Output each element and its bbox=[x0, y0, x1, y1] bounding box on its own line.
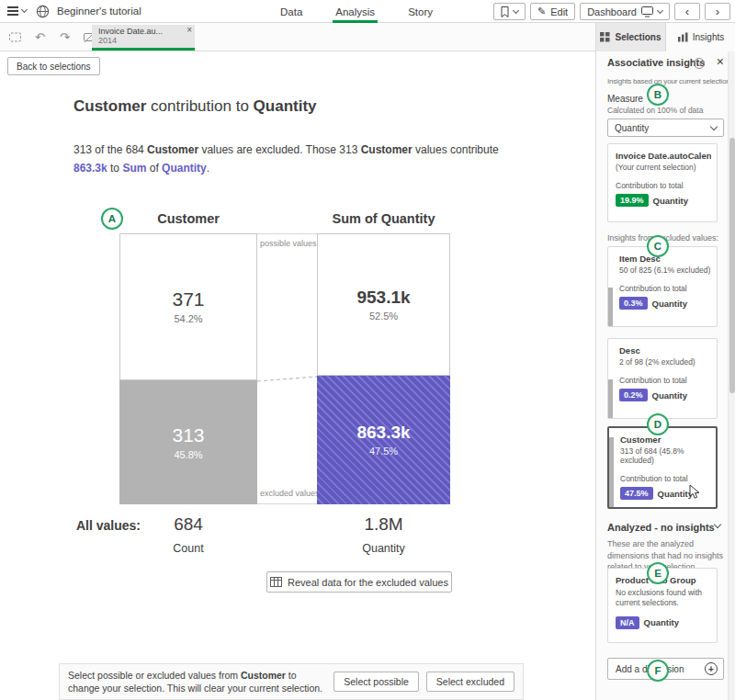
panel-title: Associative insights bbox=[607, 57, 705, 68]
tab-story[interactable]: Story bbox=[405, 0, 435, 23]
chevron-right-icon: › bbox=[716, 5, 719, 18]
associative-insights-panel: Associative insights ? × Insights based … bbox=[595, 51, 735, 700]
selection-hint-text: Select possible or excluded values from … bbox=[68, 669, 326, 694]
chevron-down-icon[interactable] bbox=[714, 521, 721, 528]
excluded-proportion-bar bbox=[608, 379, 613, 418]
view-tabs: Data Analysis Story bbox=[277, 0, 435, 23]
app-logo-icon bbox=[36, 5, 50, 18]
measure-select-value: Quantity bbox=[615, 123, 649, 133]
chart-connector-region: possible values excluded values bbox=[257, 233, 317, 504]
annotation-a: A bbox=[101, 208, 123, 230]
step-back-icon: ↶ bbox=[35, 30, 45, 44]
possible-sum: 953.1k bbox=[356, 288, 410, 308]
insight-card-customer[interactable]: Customer 313 of 684 (45.8% excluded) Con… bbox=[607, 426, 718, 509]
panel-scrollbar[interactable] bbox=[728, 51, 735, 700]
select-possible-button[interactable]: Select possible bbox=[334, 672, 419, 692]
tab-insights[interactable]: Insights bbox=[665, 23, 735, 51]
reveal-data-button[interactable]: Reveal data for the excluded values bbox=[266, 571, 452, 593]
select-excluded-button[interactable]: Select excluded bbox=[426, 672, 514, 692]
annotation-f: F bbox=[647, 660, 669, 682]
close-icon[interactable]: × bbox=[717, 54, 724, 69]
possible-pct: 54.2% bbox=[174, 313, 202, 324]
chevron-left-icon: ‹ bbox=[685, 5, 689, 18]
dashboard-button[interactable]: Dashboard bbox=[580, 3, 670, 20]
page-title: Customer contribution to Quantity bbox=[74, 97, 317, 116]
chevron-down-icon bbox=[513, 6, 519, 13]
excluded-proportion-bar bbox=[608, 288, 613, 326]
scrollbar-thumb[interactable] bbox=[729, 138, 735, 393]
chip-field-name: Invoice Date.au... bbox=[98, 27, 182, 36]
insight-card-desc[interactable]: Desc 2 of 98 (2% excluded) Contribution … bbox=[607, 338, 718, 419]
mouse-cursor-icon bbox=[689, 484, 701, 500]
contribution-badge: N/A bbox=[616, 616, 639, 629]
chip-close-icon[interactable]: × bbox=[187, 26, 192, 35]
excluded-count: 313 bbox=[172, 424, 204, 446]
annotation-e: E bbox=[647, 562, 669, 584]
back-to-selections-button[interactable]: Back to selections bbox=[7, 57, 100, 75]
customer-possible-segment[interactable]: 371 54.2% bbox=[119, 233, 257, 380]
table-icon bbox=[270, 577, 282, 587]
chevron-down-icon bbox=[21, 6, 28, 13]
prev-sheet-button[interactable]: ‹ bbox=[674, 3, 700, 20]
customer-total: 684 Count bbox=[119, 514, 257, 555]
tab-selections[interactable]: Selections bbox=[595, 23, 665, 51]
excluded-proportion-bar bbox=[609, 437, 614, 507]
lasso-selection-icon bbox=[8, 30, 22, 44]
measure-label: Measure bbox=[607, 94, 643, 104]
selection-chip-invoice-date[interactable]: Invoice Date.au... 2014 × bbox=[92, 25, 195, 51]
main-content: Back to selections Customer contribution… bbox=[0, 51, 595, 700]
edit-button[interactable]: ✎ Edit bbox=[530, 3, 575, 20]
split-connector-line bbox=[257, 234, 317, 505]
monitor-icon bbox=[641, 6, 653, 17]
next-sheet-button[interactable]: › bbox=[705, 3, 730, 20]
quantity-excluded-segment[interactable]: 863.3k 47.5% bbox=[317, 376, 450, 504]
measure-note: Calculated on 100% of data bbox=[607, 106, 703, 115]
plus-icon: + bbox=[705, 662, 718, 675]
analyzed-no-insights-toggle[interactable]: Analyzed - no insights bbox=[607, 522, 715, 533]
excluded-sum: 863.3k bbox=[356, 423, 410, 443]
main-menu-button[interactable] bbox=[6, 0, 28, 22]
annotation-b: B bbox=[647, 84, 669, 106]
selection-action-bar: Select possible or excluded values from … bbox=[59, 663, 524, 700]
chart-left-header: Customer bbox=[119, 211, 257, 226]
insight-description: 313 of the 684 Customer values are exclu… bbox=[74, 141, 528, 178]
selection-bar: ↶ ↷ Invoice Date.au... 2014 × Selections… bbox=[0, 23, 735, 51]
chart-right-header: Sum of Quantity bbox=[317, 211, 450, 226]
selections-step-back-button[interactable]: ↶ bbox=[29, 27, 51, 48]
contribution-badge: 47.5% bbox=[620, 487, 653, 500]
help-icon[interactable]: ? bbox=[694, 58, 705, 69]
chip-selected-value: 2014 bbox=[98, 36, 182, 45]
quantity-total: 1.8M Quantity bbox=[317, 514, 450, 555]
contribution-badge: 0.2% bbox=[619, 389, 648, 401]
excluded-values-label: excluded values bbox=[260, 489, 320, 498]
excluded-pct: 45.8% bbox=[174, 449, 202, 460]
possible-pct: 52.5% bbox=[369, 310, 398, 322]
current-selection-card[interactable]: Invoice Date.autoCalen... (Your current … bbox=[607, 143, 718, 222]
customer-bar: 371 54.2% 313 45.8% bbox=[119, 233, 257, 504]
pencil-icon: ✎ bbox=[537, 6, 546, 17]
contribution-badge: 0.3% bbox=[619, 297, 648, 310]
insight-card-item-desc[interactable]: Item Desc 50 of 825 (6.1% excluded) Cont… bbox=[607, 246, 718, 327]
excluded-pct: 47.5% bbox=[369, 446, 398, 457]
customer-excluded-segment[interactable]: 313 45.8% bbox=[119, 380, 257, 504]
lasso-selection-button[interactable] bbox=[5, 27, 26, 48]
bookmark-icon bbox=[501, 6, 509, 17]
panel-tabs: Selections Insights bbox=[595, 23, 735, 51]
tab-data[interactable]: Data bbox=[277, 0, 305, 23]
chevron-down-icon bbox=[657, 6, 663, 13]
annotation-c: C bbox=[647, 235, 669, 257]
app-title: Beginner's tutorial bbox=[57, 6, 141, 17]
quantity-bar: 953.1k 52.5% 863.3k 47.5% bbox=[317, 233, 450, 504]
chevron-down-icon bbox=[710, 122, 718, 130]
chart-body: 371 54.2% 313 45.8% possible values excl… bbox=[119, 233, 450, 504]
measure-select[interactable]: Quantity bbox=[607, 119, 724, 137]
tab-analysis[interactable]: Analysis bbox=[333, 0, 378, 23]
step-forward-icon: ↷ bbox=[60, 30, 70, 44]
contribution-badge: 19.9% bbox=[616, 194, 649, 207]
annotation-d: D bbox=[647, 413, 669, 435]
hamburger-icon bbox=[7, 6, 18, 16]
bookmark-button[interactable] bbox=[493, 3, 526, 20]
top-bar: Beginner's tutorial Data Analysis Story … bbox=[0, 0, 735, 23]
quantity-possible-segment[interactable]: 953.1k 52.5% bbox=[317, 233, 450, 376]
selections-step-forward-button[interactable]: ↷ bbox=[54, 27, 75, 48]
